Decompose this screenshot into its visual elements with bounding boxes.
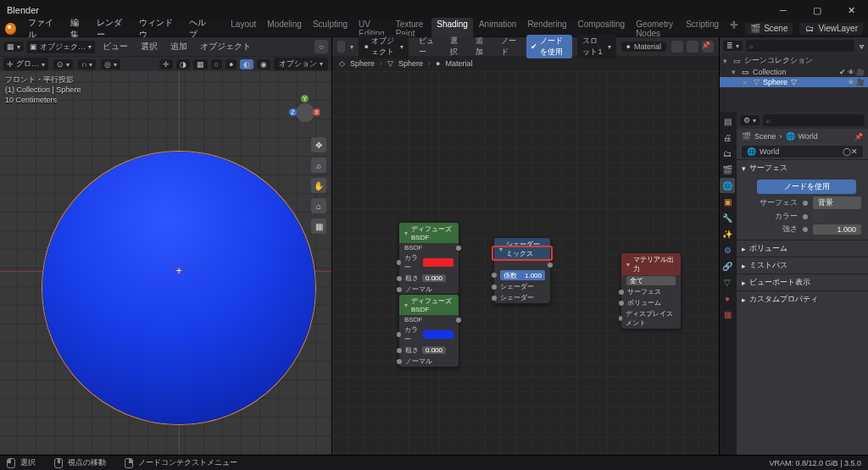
viewport-options[interactable]: オプション — [274, 58, 328, 70]
color-swatch-blue[interactable] — [423, 330, 453, 339]
bc-mat-icon: ● — [436, 59, 440, 68]
vp-pan-button[interactable]: ✋ — [311, 178, 326, 193]
workspace-add-button[interactable] — [725, 18, 743, 40]
vp-menu-view[interactable]: ビュー — [97, 41, 133, 53]
gizmo-toggle-icon[interactable]: ✛ — [159, 59, 173, 69]
camera-icon[interactable] — [856, 68, 865, 76]
world-datablock-field[interactable]: 🌐World ◯✕ — [742, 146, 863, 158]
world-color-swatch[interactable] — [813, 212, 825, 222]
object-mode-icon: ▣ — [30, 42, 37, 51]
node-diffuse-red[interactable]: ディフューズBSDF BSDF カラー 粗さ0.000 ノーマル — [398, 222, 459, 296]
sphere-object[interactable] — [42, 152, 315, 424]
panel-surface-header[interactable]: ▾ サーフェス — [737, 160, 868, 176]
scene-selector[interactable]: 🎬 Scene — [745, 23, 793, 35]
tab-viewlayer[interactable]: 🗂 — [720, 146, 735, 161]
tab-object[interactable]: ▣ — [720, 194, 735, 209]
editor-type-button[interactable]: ▦ — [3, 41, 24, 52]
shading-render-icon[interactable]: ◉ — [257, 59, 270, 69]
vp-menu-add[interactable]: 追加 — [165, 41, 192, 53]
vp-menu-select[interactable]: 選択 — [136, 41, 163, 53]
outliner-object-sphere[interactable]: ▸▽Sphere ▽ — [720, 77, 868, 87]
workspace-sculpting[interactable]: Sculpting — [308, 18, 353, 40]
bc-material[interactable]: Material — [446, 59, 473, 68]
gizmo-y-icon[interactable]: Y — [301, 95, 309, 102]
tab-material[interactable]: ● — [720, 290, 735, 306]
node-mix-shader[interactable]: シェーダーミックス . 係数1.000 シェーダー シェーダー — [493, 237, 551, 304]
sh-menu-node[interactable]: ノード — [496, 36, 521, 58]
shading-material-icon[interactable]: ◐ — [240, 59, 253, 69]
mode-selector[interactable]: ▣オブジェク… — [26, 41, 95, 53]
eye-icon[interactable] — [848, 78, 854, 86]
workspace-modeling[interactable]: Modeling — [262, 18, 307, 40]
sh-menu-add[interactable]: 追加 — [470, 36, 491, 58]
panel-custom[interactable]: ▸ カスタムプロパティ — [737, 291, 868, 307]
shading-wire-icon[interactable]: ○ — [211, 59, 222, 69]
panel-viewport[interactable]: ▸ ビューポート表示 — [737, 274, 868, 290]
editor-type-icon[interactable] — [337, 41, 345, 53]
tab-constraints[interactable]: 🔗 — [720, 258, 735, 274]
navigation-gizmo[interactable]: X Y Z — [287, 95, 323, 130]
vp-perspective-button[interactable]: ▦ — [311, 218, 326, 234]
shading-solid-icon[interactable]: ● — [225, 59, 236, 69]
filter-icon[interactable] — [858, 41, 865, 51]
mix-fac-slider[interactable]: 係数1.000 — [500, 270, 545, 280]
use-nodes-checkbox[interactable]: ✔ ノードを使用 — [526, 35, 572, 58]
window-minimize-button[interactable]: ─ — [766, 0, 800, 20]
props-search-input[interactable] — [763, 114, 865, 126]
sh-menu-view[interactable]: ビュー — [414, 36, 439, 58]
shader-opt-icon-2[interactable] — [687, 41, 698, 53]
xray-toggle-icon[interactable]: ▦ — [193, 59, 208, 69]
vp-camera-button[interactable]: ⌂ — [311, 198, 326, 213]
viewlayer-selector[interactable]: 🗂 ViewLayer — [799, 23, 863, 35]
shader-type-selector[interactable]: ●オブジェクト — [359, 35, 409, 58]
outliner-search-input[interactable] — [746, 40, 854, 52]
vp-menu-object[interactable]: オブジェクト — [195, 41, 256, 53]
gizmo-z-icon[interactable]: Z — [289, 108, 297, 116]
use-nodes-button[interactable]: ノードを使用 — [757, 180, 856, 194]
outliner-collection[interactable]: ▾▭Collection ✔ — [720, 67, 868, 77]
slot-selector[interactable]: スロット1 — [577, 35, 615, 58]
node-material-output[interactable]: マテリアル出力 全て サーフェス ボリューム ディスプレイスメント — [620, 252, 682, 329]
workspace-scripting[interactable]: Scripting — [681, 18, 724, 40]
vp-shading-icon[interactable]: ○ — [314, 40, 328, 53]
material-selector[interactable]: ●Material — [621, 41, 666, 52]
panel-mist[interactable]: ▸ ミストパス — [737, 257, 868, 274]
tab-physics[interactable]: ⚙ — [720, 242, 735, 257]
workspace-geonodes[interactable]: Geometry Nodes — [631, 18, 680, 40]
eye-icon[interactable] — [848, 68, 854, 76]
node-graph[interactable]: ディフューズBSDF BSDF カラー 粗さ0.000 ノーマル ディフューズB… — [332, 71, 719, 455]
snap-button[interactable]: ∩ — [78, 59, 96, 69]
camera-icon[interactable] — [856, 78, 865, 86]
gizmo-x-icon[interactable]: X — [313, 108, 320, 116]
orientation-selector[interactable]: ✛グロ… — [3, 58, 48, 70]
tab-data[interactable]: ▽ — [720, 274, 735, 290]
3d-viewport[interactable]: フロント・平行投影 (1) Collection | Sphere 10 Cen… — [0, 71, 331, 455]
shader-opt-icon-1[interactable] — [671, 41, 683, 53]
outliner-scene-collection[interactable]: ▾▭シーンコレクション — [720, 54, 868, 67]
tab-output[interactable]: 🖨 — [720, 130, 735, 145]
props-editor-type[interactable]: ⚙ — [740, 115, 760, 125]
vp-zoom-button[interactable]: ⌕ — [311, 158, 326, 173]
outliner-editor-type[interactable]: ≣ — [723, 41, 743, 51]
tab-particles[interactable]: ✨ — [720, 226, 735, 241]
tab-scene[interactable]: 🎬 — [720, 162, 735, 177]
bc-object[interactable]: Sphere — [350, 59, 375, 68]
color-swatch-red[interactable] — [423, 258, 453, 267]
node-diffuse-blue[interactable]: ディフューズBSDF BSDF カラー 粗さ0.000 ノーマル — [398, 294, 459, 368]
pivot-button[interactable]: ⊙ — [53, 59, 73, 69]
bc-mesh[interactable]: Sphere — [398, 59, 423, 68]
pin-icon[interactable] — [854, 132, 863, 141]
workspace-layout[interactable]: Layout — [225, 18, 261, 40]
window-maximize-button[interactable]: ▢ — [800, 0, 834, 20]
tab-world[interactable]: 🌐 — [720, 178, 735, 193]
panel-volume[interactable]: ▸ ボリューム — [737, 241, 868, 257]
tab-texture[interactable]: ▦ — [720, 307, 735, 322]
tab-render[interactable]: ▤ — [720, 113, 735, 129]
overlay-toggle-icon[interactable]: ◑ — [176, 59, 190, 69]
proportional-button[interactable]: ◎ — [101, 59, 120, 69]
tab-modifiers[interactable]: 🔧 — [720, 210, 735, 225]
pin-icon[interactable] — [702, 41, 714, 53]
vp-move-button[interactable]: ✥ — [311, 137, 326, 152]
sh-menu-select[interactable]: 選択 — [445, 36, 465, 58]
window-close-button[interactable]: ✕ — [834, 0, 868, 20]
